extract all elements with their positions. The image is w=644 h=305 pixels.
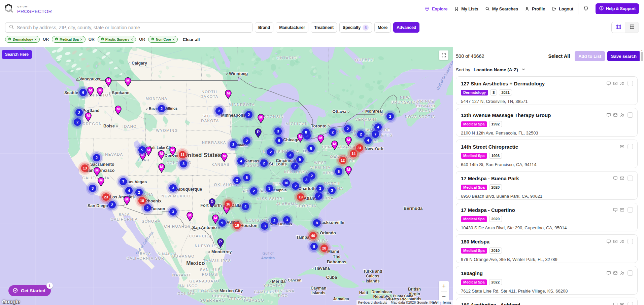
- map-cluster-blue[interactable]: 2: [245, 111, 252, 118]
- clear-all-button[interactable]: Clear all: [183, 37, 200, 42]
- chip-remove-icon[interactable]: [34, 38, 37, 41]
- help-support-button[interactable]: Help & Support: [596, 3, 639, 14]
- map-cluster-blue[interactable]: 7: [372, 130, 379, 138]
- map-cluster-red[interactable]: 31: [356, 144, 363, 152]
- map-cluster-blue[interactable]: 3: [169, 184, 177, 192]
- map-pin-m[interactable]: M: [105, 77, 112, 88]
- map-cluster-blue[interactable]: 3: [283, 216, 291, 224]
- map-pin-m[interactable]: M: [85, 112, 92, 123]
- map-cluster-blue[interactable]: 3: [266, 185, 273, 192]
- map-pin-m[interactable]: M: [221, 153, 228, 164]
- map-cluster-red[interactable]: 11: [179, 151, 186, 158]
- add-to-list-button[interactable]: Add to List: [575, 51, 605, 61]
- terms-link[interactable]: Terms: [441, 300, 453, 305]
- result-card[interactable]: 180agingMedical Spa20227612 State Line R…: [456, 266, 638, 295]
- filter-chip[interactable]: Plastic Surgery: [98, 36, 136, 43]
- nav-item-explore[interactable]: Explore: [425, 6, 447, 11]
- result-card[interactable]: 12th Avenue Massage Therapy GroupMedical…: [456, 108, 638, 137]
- keyboard-shortcuts-link[interactable]: Keyboard shortcuts: [357, 300, 389, 305]
- map-pin-m[interactable]: M: [297, 133, 304, 144]
- map-pin-m[interactable]: M: [158, 150, 165, 161]
- map-cluster-blue[interactable]: 5: [335, 168, 342, 175]
- map-pin-m[interactable]: M: [145, 147, 152, 158]
- users-icon[interactable]: [620, 239, 624, 244]
- map-cluster-red[interactable]: 12: [339, 157, 346, 164]
- map-cluster-blue[interactable]: 2: [93, 154, 100, 161]
- map-cluster-blue[interactable]: 6: [243, 174, 250, 181]
- card-checkbox[interactable]: [628, 144, 633, 149]
- chip-remove-icon[interactable]: [172, 38, 175, 41]
- map-cluster-blue[interactable]: 8: [302, 128, 310, 136]
- card-checkbox[interactable]: [628, 112, 633, 118]
- monitor-icon[interactable]: [613, 176, 618, 181]
- map-cluster-blue[interactable]: 9: [218, 219, 226, 227]
- card-checkbox[interactable]: [628, 176, 633, 181]
- map-cluster-blue[interactable]: 7: [315, 192, 323, 200]
- monitor-icon[interactable]: [613, 207, 618, 212]
- map-pin-m[interactable]: M: [258, 114, 265, 125]
- map-cluster-blue[interactable]: 2: [233, 177, 241, 184]
- map-pin-m[interactable]: M: [169, 147, 176, 158]
- map-cluster-blue[interactable]: 6: [79, 89, 87, 96]
- map-cluster-blue[interactable]: 4: [374, 123, 382, 131]
- monitor-icon[interactable]: [606, 271, 611, 275]
- get-started-button[interactable]: Get Started 1: [8, 285, 51, 296]
- filter-chip[interactable]: Non-Core: [148, 36, 178, 43]
- map-pin-m[interactable]: M: [225, 90, 232, 101]
- mail-icon[interactable]: [620, 302, 624, 305]
- map-cluster-blue[interactable]: 2: [135, 189, 143, 196]
- map-cluster-blue[interactable]: 2: [158, 105, 165, 112]
- map-cluster-blue[interactable]: 2: [386, 113, 394, 120]
- map-pin-m[interactable]: M: [124, 196, 131, 207]
- map-cluster-blue[interactable]: 2: [74, 118, 81, 126]
- map-cluster-blue[interactable]: 2: [344, 125, 351, 132]
- map-cluster-blue[interactable]: 2: [292, 182, 299, 190]
- nav-item-my-lists[interactable]: My Lists: [454, 6, 478, 11]
- card-checkbox[interactable]: [628, 270, 633, 276]
- map-cluster-red[interactable]: 46: [309, 232, 317, 239]
- users-icon[interactable]: [620, 271, 624, 275]
- map-cluster-red[interactable]: 18: [233, 222, 241, 229]
- map-cluster-blue[interactable]: 3: [286, 151, 294, 159]
- map-cluster-blue[interactable]: 2: [267, 148, 274, 156]
- map-cluster-blue[interactable]: 4: [242, 203, 249, 210]
- mail-icon[interactable]: [613, 239, 618, 244]
- map-cluster-blue[interactable]: 4: [237, 157, 245, 165]
- map-cluster-blue[interactable]: 7: [120, 178, 127, 185]
- users-icon[interactable]: [620, 113, 624, 117]
- map-cluster-blue[interactable]: 2: [329, 128, 336, 136]
- map-cluster-red[interactable]: 18: [138, 197, 146, 204]
- bell-icon[interactable]: [583, 5, 589, 12]
- map-cluster-blue[interactable]: 2: [75, 109, 83, 116]
- map-cluster-blue[interactable]: 3: [303, 176, 310, 184]
- result-card[interactable]: 17 Medspa - CupertinoMedical Spa20201043…: [456, 203, 638, 231]
- mail-icon[interactable]: [620, 144, 624, 149]
- grid-view-button[interactable]: [625, 22, 639, 33]
- filter-button-treatment[interactable]: Treatment: [311, 22, 337, 33]
- mail-icon[interactable]: [620, 207, 624, 212]
- brand-logo[interactable]: QSIGHT PROSPECTOR: [4, 3, 52, 14]
- map-pin-m[interactable]: M: [317, 135, 325, 146]
- map-pin-m[interactable]: M: [331, 141, 338, 152]
- map-cluster-blue[interactable]: 2: [260, 159, 268, 167]
- filter-button-specialty[interactable]: Specialty4: [339, 22, 372, 33]
- filter-button-advanced[interactable]: Advanced: [393, 22, 419, 33]
- select-all-button[interactable]: Select All: [548, 53, 570, 59]
- nav-item-logout[interactable]: Logout: [552, 6, 573, 11]
- scrollbar-up-arrow[interactable]: ▲: [641, 49, 643, 51]
- map-cluster-blue[interactable]: 3: [230, 141, 237, 148]
- search-box[interactable]: [5, 22, 252, 33]
- map-cluster-blue[interactable]: 2: [215, 107, 223, 115]
- nav-item-profile[interactable]: Profile: [525, 6, 545, 11]
- map-pin-m[interactable]: M: [125, 77, 132, 88]
- monitor-icon[interactable]: [613, 302, 618, 305]
- map-view-button[interactable]: [612, 22, 625, 33]
- filter-chip[interactable]: Dermatology: [5, 36, 40, 43]
- mail-icon[interactable]: [613, 271, 618, 275]
- map-pin-m[interactable]: M: [345, 137, 352, 148]
- search-input[interactable]: [17, 25, 249, 30]
- map-cluster-blue[interactable]: 3: [89, 185, 96, 192]
- map-cluster-blue[interactable]: 10: [282, 179, 290, 187]
- map-cluster-blue[interactable]: 3: [328, 187, 336, 194]
- card-checkbox[interactable]: [628, 207, 633, 213]
